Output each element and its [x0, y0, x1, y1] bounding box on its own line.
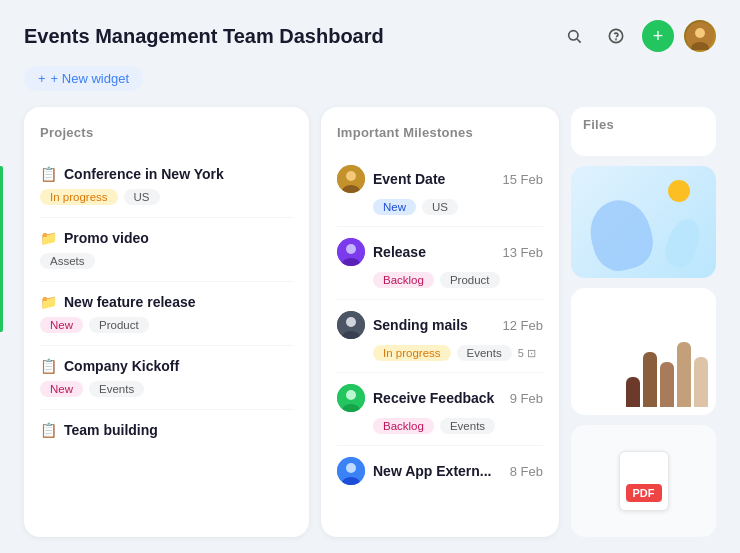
- projects-card: Projects 📋 Conference in New York In pro…: [24, 107, 309, 537]
- milestone-date: 8 Feb: [510, 464, 543, 479]
- svg-point-11: [346, 244, 356, 254]
- milestone-avatar: [337, 238, 365, 266]
- milestone-name: Receive Feedback: [373, 390, 494, 406]
- project-name-text: Team building: [64, 422, 158, 438]
- milestone-name: Release: [373, 244, 426, 260]
- project-tags: In progress US: [40, 189, 293, 205]
- project-tags: New Events: [40, 381, 293, 397]
- milestone-avatar: [337, 311, 365, 339]
- shape-decoration: [583, 193, 659, 276]
- new-widget-button[interactable]: + + New widget: [24, 66, 143, 91]
- new-widget-label: + New widget: [51, 71, 129, 86]
- milestone-avatar: [337, 165, 365, 193]
- tag: In progress: [40, 189, 118, 205]
- left-accent: [0, 166, 3, 332]
- help-button[interactable]: [600, 20, 632, 52]
- project-name-text: Conference in New York: [64, 166, 224, 182]
- svg-point-20: [346, 463, 356, 473]
- tag: Assets: [40, 253, 95, 269]
- tag: In progress: [373, 345, 451, 361]
- tag: Events: [457, 345, 512, 361]
- files-title: Files: [583, 117, 704, 132]
- tag: Product: [440, 272, 500, 288]
- milestones-title: Important Milestones: [337, 125, 543, 140]
- header-actions: +: [558, 20, 716, 52]
- tag: US: [124, 189, 160, 205]
- svg-point-5: [695, 28, 705, 38]
- project-icon: 📁: [40, 230, 57, 246]
- milestone-item: Sending mails 12 Feb In progress Events …: [337, 300, 543, 373]
- milestone-tags: Backlog Product: [337, 272, 543, 288]
- columns: Projects 📋 Conference in New York In pro…: [24, 107, 716, 537]
- file-pdf-card[interactable]: PDF: [571, 425, 716, 537]
- dashboard: Events Management Team Dashboard + + + N…: [0, 0, 740, 553]
- search-button[interactable]: [558, 20, 590, 52]
- milestone-name: New App Extern...: [373, 463, 492, 479]
- tag: New: [40, 317, 83, 333]
- milestone-item: Release 13 Feb Backlog Product: [337, 227, 543, 300]
- tag: New: [40, 381, 83, 397]
- project-item: 📋 Conference in New York In progress US: [40, 154, 293, 218]
- tag: Events: [89, 381, 144, 397]
- project-item: 📁 Promo video Assets: [40, 218, 293, 282]
- svg-point-14: [346, 317, 356, 327]
- svg-point-17: [346, 390, 356, 400]
- tag: New: [373, 199, 416, 215]
- milestone-tags: Backlog Events: [337, 418, 543, 434]
- tag: US: [422, 199, 458, 215]
- svg-line-1: [577, 39, 581, 43]
- svg-point-3: [616, 39, 617, 40]
- shape-decoration-2: [660, 214, 705, 271]
- milestone-tags: In progress Events 5 ⊡: [337, 345, 543, 361]
- bar-chart: [626, 327, 708, 407]
- milestone-date: 13 Feb: [503, 245, 543, 260]
- milestones-card: Important Milestones Event Date 15 Feb N…: [321, 107, 559, 537]
- project-name-text: New feature release: [64, 294, 196, 310]
- project-item: 📁 New feature release New Product: [40, 282, 293, 346]
- project-name-text: Promo video: [64, 230, 149, 246]
- subtask-count: 5 ⊡: [518, 347, 536, 360]
- project-item: 📋 Company Kickoff New Events: [40, 346, 293, 410]
- project-tags: Assets: [40, 253, 293, 269]
- milestone-avatar: [337, 457, 365, 485]
- bar: [694, 357, 708, 407]
- milestone-item: Event Date 15 Feb New US: [337, 154, 543, 227]
- bar: [626, 377, 640, 407]
- projects-title: Projects: [40, 125, 293, 140]
- milestone-date: 15 Feb: [503, 172, 543, 187]
- user-avatar[interactable]: [684, 20, 716, 52]
- bar: [643, 352, 657, 407]
- tag: Backlog: [373, 418, 434, 434]
- project-icon: 📋: [40, 422, 57, 438]
- milestone-item: New App Extern... 8 Feb: [337, 446, 543, 502]
- project-icon: 📋: [40, 166, 57, 182]
- pdf-document: PDF: [619, 451, 669, 511]
- project-tags: New Product: [40, 317, 293, 333]
- file-chart-card[interactable]: [571, 288, 716, 416]
- bar: [660, 362, 674, 407]
- tag: Backlog: [373, 272, 434, 288]
- milestone-name: Event Date: [373, 171, 445, 187]
- milestone-date: 9 Feb: [510, 391, 543, 406]
- project-item: 📋 Team building: [40, 410, 293, 457]
- add-button[interactable]: +: [642, 20, 674, 52]
- plus-icon: +: [38, 71, 46, 86]
- project-name-text: Company Kickoff: [64, 358, 179, 374]
- files-column: Files PDF: [571, 107, 716, 537]
- sun-decoration: [668, 180, 690, 202]
- page-title: Events Management Team Dashboard: [24, 25, 384, 48]
- milestone-item: Receive Feedback 9 Feb Backlog Events: [337, 373, 543, 446]
- project-icon: 📁: [40, 294, 57, 310]
- tag: Product: [89, 317, 149, 333]
- file-image-card[interactable]: [571, 166, 716, 278]
- milestone-name: Sending mails: [373, 317, 468, 333]
- project-icon: 📋: [40, 358, 57, 374]
- files-card-header: Files: [571, 107, 716, 156]
- pdf-label: PDF: [626, 484, 662, 502]
- svg-point-8: [346, 171, 356, 181]
- header: Events Management Team Dashboard +: [24, 20, 716, 52]
- svg-point-0: [569, 31, 578, 40]
- milestone-tags: New US: [337, 199, 543, 215]
- bar: [677, 342, 691, 407]
- milestone-date: 12 Feb: [503, 318, 543, 333]
